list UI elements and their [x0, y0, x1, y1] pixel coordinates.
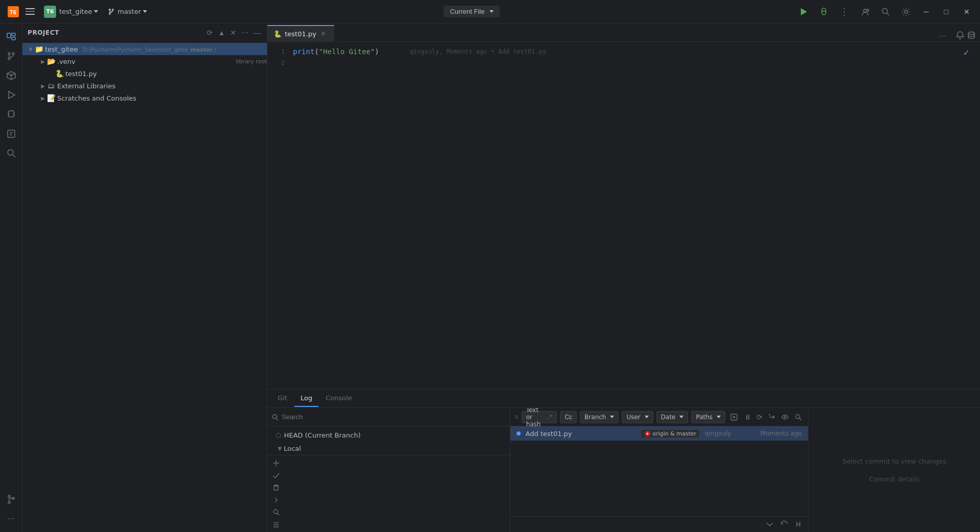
maximize-button[interactable]: □ — [940, 6, 952, 18]
project-switcher[interactable]: T6 test_gitee — [44, 6, 98, 18]
project-name: test_gitee — [59, 8, 92, 15]
svg-rect-44 — [274, 486, 278, 490]
paths-filter-chevron — [717, 416, 721, 418]
branch-filter[interactable]: Branch — [580, 411, 619, 423]
date-filter[interactable]: Date — [656, 411, 689, 423]
test01-label: test01.py — [65, 70, 267, 78]
fetch-button[interactable] — [766, 412, 777, 423]
line-content-1[interactable]: print("Hello Gitee") — [293, 46, 379, 57]
code-paren-close: ) — [375, 47, 379, 56]
collab-button[interactable] — [859, 5, 872, 18]
svg-point-16 — [8, 53, 10, 55]
tree-root[interactable]: ▼ 📁 test_gitee D:\Pycharm\Pycharm_Save\t… — [22, 43, 267, 55]
more-actions-button[interactable]: ⋮ — [838, 4, 851, 19]
tree-test01[interactable]: 🐍 test01.py — [22, 67, 267, 80]
tree-venv[interactable]: ▶ 📂 .venv library root — [22, 55, 267, 67]
svg-marker-23 — [9, 91, 15, 99]
commit-row-0[interactable]: Add test01.py origin & master — [510, 426, 808, 441]
git-toggle-button[interactable] — [271, 519, 507, 530]
close-sidebar-button[interactable]: ✕ — [229, 28, 237, 38]
tab-options-button[interactable]: ⋯ — [938, 31, 947, 41]
cherry-pick-button[interactable] — [764, 519, 775, 530]
svg-marker-6 — [801, 8, 807, 15]
line-number-2: 2 — [267, 57, 293, 68]
tree-scratches[interactable]: ▶ 📝 Scratches and Consoles — [22, 92, 267, 104]
find-log-button[interactable] — [793, 412, 804, 423]
pause-button[interactable]: ⏸ — [743, 412, 753, 423]
sync-button[interactable]: ⟳ — [206, 28, 214, 38]
current-file-button[interactable]: Current File — [444, 6, 500, 17]
editor-tab-test01[interactable]: 🐍 test01.py ✕ — [267, 25, 334, 41]
tab-console[interactable]: Console — [320, 391, 358, 407]
activity-search[interactable] — [2, 144, 20, 162]
tree-external-libs[interactable]: ▶ 🗂 External Libraries — [22, 80, 267, 92]
activity-more[interactable]: ··· — [2, 510, 20, 528]
collapse-button[interactable]: ▲ — [217, 28, 226, 38]
settings-button[interactable] — [899, 5, 913, 18]
main-menu-icon[interactable] — [26, 6, 37, 17]
branch-head[interactable]: ○ HEAD (Current Branch) — [267, 428, 510, 442]
git-checkout-button[interactable] — [271, 470, 507, 481]
git-delete-button[interactable] — [271, 482, 507, 493]
paths-filter[interactable]: Paths — [691, 411, 725, 423]
code-editor: 1 print("Hello Gitee") qingxuly, Moments… — [267, 42, 980, 389]
activity-git[interactable] — [2, 490, 20, 509]
activity-vcs[interactable] — [2, 47, 20, 65]
git-search-bar — [267, 408, 510, 426]
close-button[interactable]: ✕ — [960, 6, 974, 18]
search-everywhere-button[interactable] — [879, 5, 892, 18]
app-logo: T6 — [6, 5, 20, 19]
regex-icon: .* — [548, 414, 552, 420]
text-hash-filter[interactable]: Text or hash .* — [522, 411, 557, 423]
branch-filter-chevron — [610, 416, 614, 418]
git-log-right-actions: ⏸ ⟳ — [743, 412, 804, 423]
compare-button[interactable] — [793, 519, 804, 530]
activity-todo[interactable] — [2, 125, 20, 143]
activity-project[interactable] — [2, 28, 20, 46]
current-file-label: Current File — [450, 8, 484, 15]
database-icon[interactable] — [967, 31, 976, 41]
titlebar-center: Current File — [147, 6, 796, 17]
file-tree: ▼ 📁 test_gitee D:\Pycharm\Pycharm_Save\t… — [22, 42, 267, 532]
svg-rect-13 — [7, 33, 11, 38]
new-branch-log-button[interactable] — [728, 412, 740, 423]
tab-close-button[interactable]: ✕ — [320, 30, 328, 38]
eye-button[interactable] — [779, 412, 791, 423]
ref-text-0: origin & master — [652, 430, 696, 437]
line-content-2[interactable] — [293, 57, 297, 68]
svg-point-56 — [796, 415, 800, 419]
tab-filename: test01.py — [285, 30, 316, 38]
svg-rect-14 — [12, 33, 15, 36]
branch-switcher[interactable]: master — [107, 8, 147, 16]
activity-debug[interactable] — [2, 105, 20, 124]
match-case-button[interactable]: Cc — [560, 411, 577, 423]
options-button[interactable]: ⋯ — [240, 28, 250, 38]
scratches-icon: 📝 — [47, 94, 55, 102]
git-add-branch-button[interactable] — [271, 457, 507, 469]
git-search-bottom-button[interactable] — [271, 506, 507, 518]
activity-bar: ··· — [0, 23, 22, 532]
git-left-panel: ○ HEAD (Current Branch) ▼ Local ★ master — [267, 408, 510, 532]
tab-git[interactable]: Git — [272, 391, 293, 407]
git-search-icon — [272, 414, 279, 421]
root-expand-icon: ▼ — [27, 45, 35, 53]
tab-log[interactable]: Log — [295, 391, 318, 407]
paths-filter-label: Paths — [696, 414, 713, 421]
svg-rect-30 — [8, 130, 15, 137]
revert-button[interactable] — [778, 519, 790, 530]
run-button[interactable] — [797, 5, 810, 18]
user-filter[interactable]: User — [622, 411, 653, 423]
local-label: Local — [284, 445, 301, 452]
commit-time-0: Moments ago — [751, 430, 802, 437]
activity-run[interactable] — [2, 86, 20, 104]
git-branch-search-input[interactable] — [282, 413, 506, 421]
hide-sidebar-button[interactable]: — — [253, 28, 262, 38]
git-expand-button[interactable] — [271, 494, 507, 505]
branch-local-group[interactable]: ▼ Local — [267, 442, 510, 455]
notification-bell[interactable] — [955, 31, 965, 41]
minimize-button[interactable]: ─ — [920, 6, 933, 18]
debug-button[interactable] — [817, 5, 830, 18]
activity-packages[interactable] — [2, 66, 20, 85]
refresh-log-button[interactable]: ⟳ — [755, 412, 764, 423]
svg-point-35 — [8, 495, 10, 497]
